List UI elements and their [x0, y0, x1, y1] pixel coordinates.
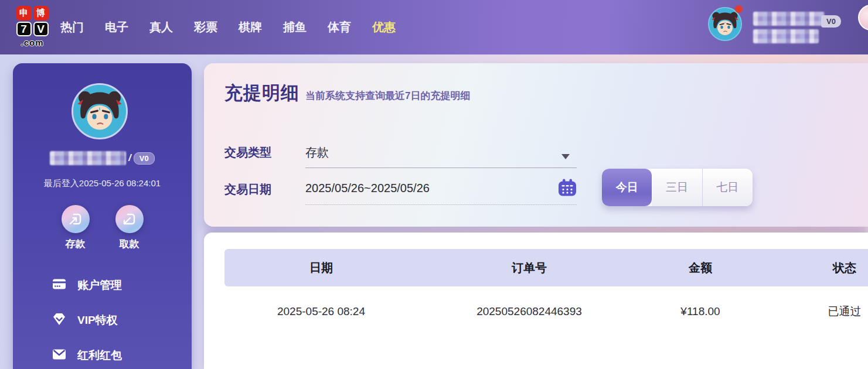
nav-item-promo[interactable]: 优惠: [372, 19, 396, 35]
nav-item-lottery[interactable]: 彩票: [194, 19, 217, 35]
withdraw-button[interactable]: 取款: [111, 205, 148, 251]
deposit-label: 存款: [57, 237, 94, 251]
range-3day-button[interactable]: 三日: [652, 169, 702, 206]
transaction-type-value: 存款: [305, 141, 577, 160]
sidebar-username-row: / V0: [13, 151, 192, 165]
deposit-icon: [62, 205, 90, 233]
transaction-date-label: 交易日期: [224, 182, 271, 197]
nav-item-sports[interactable]: 体育: [328, 19, 351, 35]
nav-item-fishing[interactable]: 捕鱼: [283, 19, 307, 35]
col-header-date: 日期: [224, 260, 418, 276]
sidebar-item-vip[interactable]: VIP特权: [13, 303, 192, 338]
col-header-amount: 金额: [641, 260, 760, 276]
transaction-date-value: 2025/05/26~2025/05/26: [305, 178, 577, 195]
logo-char: 申: [16, 6, 32, 20]
page-subtitle: 当前系统支持查询最近7日的充提明细: [305, 89, 470, 102]
page-title: 充提明细: [224, 81, 299, 105]
redacted-username: [50, 151, 126, 165]
filter-panel: 充提明细 当前系统支持查询最近7日的充提明细 交易类型 存款 交易日期 2025…: [204, 63, 868, 227]
cell-status: 已通过: [760, 304, 868, 319]
nav-user-info[interactable]: [753, 12, 825, 43]
col-header-status: 状态: [760, 260, 868, 276]
redacted-username: [753, 12, 825, 26]
col-header-order: 订单号: [418, 260, 641, 276]
separator: /: [128, 153, 131, 163]
cell-amount: ¥118.00: [641, 305, 760, 318]
vip-level-badge: V0: [821, 15, 841, 28]
envelope-icon: [52, 347, 67, 365]
calendar-icon[interactable]: [558, 179, 577, 199]
redacted-balance: [753, 29, 819, 43]
records-panel: 日期 订单号 金额 状态 2025-05-26 08:24 2025052608…: [204, 233, 868, 369]
sidebar-item-label: 红利红包: [77, 348, 122, 363]
sidebar-item-label: 账户管理: [77, 278, 122, 293]
user-avatar: [72, 83, 128, 139]
nav-item-cards[interactable]: 棋牌: [239, 19, 262, 35]
nav-item-slots[interactable]: 电子: [105, 19, 128, 35]
last-login-text: 最后登入2025-05-26 08:24:01: [13, 178, 192, 189]
range-7day-button[interactable]: 七日: [703, 169, 753, 206]
avatar-illustration: [73, 85, 126, 138]
records-table: 日期 订单号 金额 状态 2025-05-26 08:24 2025052608…: [224, 249, 868, 337]
date-range-group: 今日 三日 七日: [602, 169, 753, 206]
sidebar-menu: 账户管理 VIP特权 红利红包: [13, 268, 192, 369]
table-header: 日期 订单号 金额 状态: [224, 249, 868, 286]
panel-header: 充提明细 当前系统支持查询最近7日的充提明细: [224, 81, 470, 105]
logo-suffix: .com: [15, 37, 50, 47]
withdraw-label: 取款: [111, 237, 148, 251]
gem-icon: [52, 312, 67, 330]
transaction-date-input[interactable]: 2025/05/26~2025/05/26: [305, 178, 577, 205]
table-row: 2025-05-26 08:24 20250526082446393 ¥118.…: [224, 286, 868, 337]
withdraw-icon: [115, 205, 144, 233]
sidebar-item-account[interactable]: 账户管理: [13, 268, 192, 303]
deposit-button[interactable]: 存款: [57, 205, 94, 251]
logo-char: V: [33, 22, 49, 36]
nav-avatar[interactable]: [708, 7, 742, 41]
edge-avatar-partial[interactable]: [858, 5, 868, 30]
profile-sidebar: / V0 最后登入2025-05-26 08:24:01 存款 取款: [13, 63, 192, 369]
cell-date: 2025-05-26 08:24: [224, 305, 418, 318]
range-today-button[interactable]: 今日: [602, 169, 652, 206]
notification-dot: [735, 5, 743, 13]
site-logo[interactable]: 申 博 7 V .com: [15, 6, 50, 47]
logo-char: 7: [16, 22, 32, 36]
transaction-type-label: 交易类型: [224, 145, 271, 160]
nav-item-hot[interactable]: 热门: [60, 19, 84, 35]
top-navbar: 申 博 7 V .com 热门 电子 真人 彩票 棋牌 捕鱼 体育 优惠: [0, 0, 868, 54]
sidebar-item-label: VIP特权: [77, 313, 118, 328]
nav-item-live[interactable]: 真人: [149, 19, 173, 35]
quick-actions: 存款 取款: [13, 205, 192, 251]
cell-order: 20250526082446393: [418, 305, 641, 318]
transaction-type-select[interactable]: 存款: [305, 141, 577, 168]
main-nav: 热门 电子 真人 彩票 棋牌 捕鱼 体育 优惠: [60, 0, 396, 54]
avatar-illustration: [709, 8, 741, 40]
vip-level-badge: V0: [134, 152, 155, 165]
sidebar-item-bonus[interactable]: 红利红包: [13, 338, 192, 369]
logo-char: 博: [33, 6, 49, 20]
chevron-down-icon: [561, 154, 570, 159]
card-icon: [52, 276, 67, 295]
